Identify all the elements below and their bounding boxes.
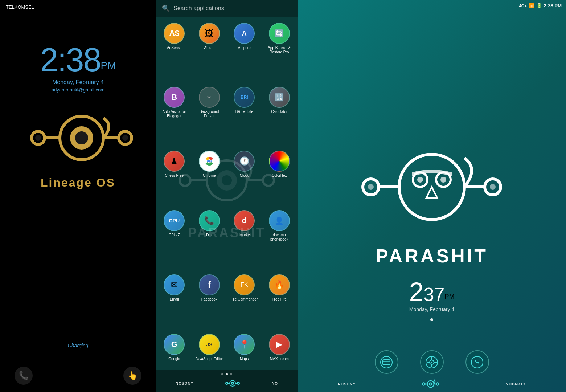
app-item-adsense[interactable]: A$ AdSense: [157, 20, 191, 82]
svg-point-2: [75, 131, 88, 144]
right-lineage-logo: [422, 379, 440, 389]
app-icon-calculator: 🔢: [269, 87, 290, 108]
svg-point-8: [122, 135, 128, 141]
app-icon-adsense: A$: [164, 23, 185, 44]
page-dot-3[interactable]: [230, 373, 232, 375]
search-input-placeholder[interactable]: Search applications: [173, 5, 224, 12]
dock-icon-location: [420, 350, 444, 374]
right-brand-noparty: NOPARTY: [506, 382, 526, 386]
app-item-chrome[interactable]: Chrome: [193, 148, 226, 206]
app-item-docomo[interactable]: 👤 docomo phonebook: [263, 207, 296, 270]
app-item-cpuz[interactable]: CPU CPU-Z: [157, 207, 191, 270]
search-bar[interactable]: 🔍 Search applications: [156, 0, 298, 17]
bottom-brand-bar: NOSONY NO: [156, 377, 298, 389]
app-label-clock: Clock: [240, 173, 249, 178]
app-item-brimobile[interactable]: BRI BRI Mobile: [227, 84, 261, 146]
messages-svg: [380, 356, 393, 369]
app-label-filecommander: File Commander: [231, 297, 258, 302]
dock-phone[interactable]: [465, 350, 489, 374]
app-label-chrome: Chrome: [203, 173, 216, 178]
app-item-ampere[interactable]: A Ampere: [227, 20, 261, 82]
charging-text: Charging: [68, 343, 89, 348]
chrome-svg: [203, 155, 216, 167]
app-item-album[interactable]: 🖼 Album: [193, 20, 226, 82]
dock-location[interactable]: [420, 350, 444, 374]
svg-point-21: [208, 160, 210, 163]
app-icon-appbackup: 🔄: [269, 23, 290, 44]
app-item-dial[interactable]: 📞 Dial: [193, 207, 226, 270]
app-label-dmarket: dmarket: [238, 233, 251, 237]
app-icon-maxstream: ▶: [269, 334, 290, 355]
app-label-freefire: Free Fire: [272, 297, 287, 302]
svg-point-40: [490, 184, 496, 190]
app-icon-email: ✉: [164, 274, 185, 295]
svg-point-26: [226, 382, 228, 384]
app-item-email[interactable]: ✉ Email: [157, 271, 191, 330]
status-bar: 4G+ 📶 🔋 2:38 PM: [515, 0, 566, 11]
network-status: 4G+: [519, 4, 527, 8]
lineage-small-logo: [225, 379, 240, 388]
drawer-bottom-bar: NOSONY NO: [156, 370, 298, 392]
svg-marker-34: [426, 187, 437, 198]
app-icon-dmarket: d: [234, 210, 255, 231]
app-icon-freefire: 🔥: [269, 274, 290, 295]
app-item-dmarket[interactable]: d dmarket: [227, 207, 261, 270]
svg-point-54: [430, 383, 431, 385]
app-icon-filecommander: FK: [234, 274, 255, 295]
svg-rect-42: [383, 360, 390, 365]
app-icon-colorhex: [269, 151, 290, 172]
app-item-clock[interactable]: 🕐 Clock: [227, 148, 261, 206]
app-icon-maps: 📍: [234, 334, 255, 355]
app-label-appbackup: App Backup & Restore Pro: [265, 46, 294, 54]
home-screen-panel: 4G+ 📶 🔋 2:38 PM: [298, 0, 566, 392]
app-item-appbackup[interactable]: 🔄 App Backup & Restore Pro: [263, 20, 296, 82]
app-item-autovisitor[interactable]: B Auto Visitor for Bloggger: [157, 84, 191, 146]
app-item-colorhex[interactable]: ColorHex: [263, 148, 296, 206]
app-label-autovisitor: Auto Visitor for Bloggger: [160, 110, 189, 118]
app-item-filecommander[interactable]: FK File Commander: [227, 271, 261, 330]
right-brand-bar: NOSONY NOPARTY: [298, 379, 566, 392]
phone-icon[interactable]: 📞: [15, 367, 33, 385]
svg-point-41: [381, 356, 392, 368]
app-icon-jseditor: JS: [199, 334, 220, 355]
app-grid: A$ AdSense 🖼 Album A Ampere 🔄 App Backup…: [156, 17, 298, 392]
app-item-calculator[interactable]: 🔢 Calculator: [263, 84, 296, 146]
app-label-ampere: Ampere: [238, 46, 251, 50]
app-icon-bgeraser: ✂: [199, 87, 220, 108]
app-icon-brimobile: BRI: [234, 87, 255, 108]
right-time-2: 37: [424, 284, 445, 305]
page-dot-2[interactable]: [226, 373, 228, 375]
app-icon-chessfree: ♟: [164, 151, 185, 172]
right-page-dot: [430, 318, 433, 321]
right-ampm: PM: [444, 293, 454, 300]
right-dock-area: [298, 350, 566, 374]
app-item-bgeraser[interactable]: ✂ Background Eraser: [193, 84, 226, 146]
app-label-brimobile: BRI Mobile: [235, 110, 253, 114]
right-date: Monday, February 4: [409, 306, 455, 312]
dock-icon-phone: [465, 350, 489, 374]
lock-time: 2:38: [40, 42, 101, 78]
svg-point-37: [368, 184, 374, 190]
fingerprint-icon[interactable]: 👆: [123, 367, 142, 385]
app-icon-google: G: [164, 334, 185, 355]
app-label-cpuz: CPU-Z: [169, 233, 180, 237]
dock-messages[interactable]: [375, 350, 398, 374]
search-icon: 🔍: [162, 4, 170, 12]
phone-svg: [471, 356, 484, 369]
parashit-logo-svg: [356, 147, 508, 241]
lock-screen-panel: TELKOMSEL 2:38PM Monday, February 4 ariy…: [0, 0, 156, 392]
svg-point-24: [232, 383, 233, 384]
app-label-colorhex: ColorHex: [272, 173, 287, 178]
dock-icon-messages: [375, 350, 398, 374]
app-item-chessfree[interactable]: ♟ Chess Free: [157, 148, 191, 206]
right-clock-area: 237PM Monday, February 4: [409, 279, 455, 312]
app-label-album: Album: [204, 46, 214, 50]
app-item-freefire[interactable]: 🔥 Free Fire: [263, 271, 296, 330]
app-label-adsense: AdSense: [167, 46, 182, 50]
parashit-logo-area: PARASHIT: [298, 0, 566, 392]
app-label-email: Email: [170, 297, 179, 302]
lineage-logo: [27, 107, 129, 172]
app-item-facebook[interactable]: f Facebook: [193, 271, 226, 330]
page-dot-1[interactable]: [221, 373, 223, 375]
lock-date: Monday, February 4: [40, 79, 116, 86]
